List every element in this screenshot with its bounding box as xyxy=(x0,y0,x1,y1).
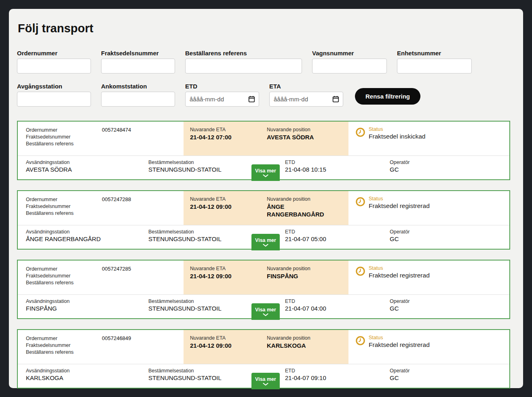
bestammelsestation-block: Bestämmelsestation STENUNGSUND-STATOIL xyxy=(148,225,251,249)
clock-icon xyxy=(355,336,365,364)
clock-icon xyxy=(355,266,365,294)
ordernummer-filter-label: Ordernummer xyxy=(17,50,91,57)
clear-filters-button[interactable]: Rensa filtrering xyxy=(355,88,420,105)
fraktsedelsnummer-input[interactable] xyxy=(101,59,175,74)
status-text: Status Fraktsedel registrerad xyxy=(369,335,430,364)
nuvarande-position-label: Nuvarande position xyxy=(267,196,327,202)
bestammelsestation-label: Bestämmelsestation xyxy=(148,160,251,165)
ankomststation-filter-label: Ankomststation xyxy=(101,83,175,90)
etd-value: 21-04-08 10:15 xyxy=(285,166,390,173)
visa-mer-label: Visa mer xyxy=(255,307,276,313)
etd-block: ETD 21-04-07 04:00 xyxy=(285,295,390,318)
card-id-labels: Ordernummer Fraktsedelsnummer Beställare… xyxy=(18,122,102,155)
status-label: Status xyxy=(369,265,430,271)
status-value: Fraktsedel inskickad xyxy=(369,133,425,140)
nuvarande-eta-block: Nuvarande ETA 21-04-12 09:00 xyxy=(190,266,267,294)
fraktsedelsnummer-label: Fraktsedelsnummer xyxy=(26,342,102,349)
vagnsnummer-input[interactable] xyxy=(312,59,387,74)
status-text: Status Fraktsedel inskickad xyxy=(369,126,425,155)
bestallarens-referens-label: Beställarens referens xyxy=(26,349,102,356)
eta-position-panel: Nuvarande ETA 21-04-12 07:00 Nuvarande p… xyxy=(184,122,348,155)
card-bottom-row: Avsändningsstation AVESTA SÖDRA Bestämme… xyxy=(18,155,509,179)
bestammelsestation-label: Bestämmelsestation xyxy=(148,368,251,374)
calendar-icon[interactable] xyxy=(332,96,339,103)
avsandningsstation-value: AVESTA SÖDRA xyxy=(26,166,148,173)
card-id-labels: Ordernummer Fraktsedelsnummer Beställare… xyxy=(18,330,102,364)
nuvarande-position-block: Nuvarande position KARLSKOGA xyxy=(267,335,327,364)
enhetsnummer-input[interactable] xyxy=(397,59,472,74)
chevron-down-icon xyxy=(263,313,268,316)
filter-row-1: Ordernummer Fraktsedelsnummer Beställare… xyxy=(17,50,510,74)
etd-value: 21-04-07 04:00 xyxy=(285,305,390,312)
etd-block: ETD 21-04-07 05:00 xyxy=(285,225,390,249)
status-label: Status xyxy=(369,196,430,202)
nuvarande-position-value: FINSPÅNG xyxy=(267,272,327,280)
fraktsedelsnummer-label: Fraktsedelsnummer xyxy=(26,203,102,210)
fraktsedelsnummer-label: Fraktsedelsnummer xyxy=(26,273,102,279)
eta-filter-label: ETA xyxy=(269,83,343,90)
bestammelsestation-block: Bestämmelsestation STENUNGSUND-STATOIL xyxy=(148,156,251,179)
avgangsstation-filter-label: Avgångsstation xyxy=(17,83,91,90)
nuvarande-eta-value: 21-04-12 09:00 xyxy=(190,342,267,349)
status-label: Status xyxy=(369,335,430,340)
avsandningsstation-block: Avsändningsstation ÅNGE RANGERBANGÅRD xyxy=(26,225,148,249)
status-text: Status Fraktsedel registrerad xyxy=(369,196,430,225)
nuvarande-eta-value: 21-04-12 09:00 xyxy=(190,272,267,280)
status-value: Fraktsedel registrerad xyxy=(369,341,430,349)
transport-card: Ordernummer Fraktsedelsnummer Beställare… xyxy=(17,121,510,180)
operator-value: GC xyxy=(390,305,410,312)
card-top-row: Ordernummer Fraktsedelsnummer Beställare… xyxy=(18,122,509,155)
bestallarens-referens-input[interactable] xyxy=(185,59,302,74)
bestammelsestation-block: Bestämmelsestation STENUNGSUND-STATOIL xyxy=(148,364,251,388)
visa-mer-button[interactable]: Visa mer xyxy=(251,234,280,250)
transport-card-list: Ordernummer Fraktsedelsnummer Beställare… xyxy=(17,121,510,389)
transport-card: Ordernummer Fraktsedelsnummer Beställare… xyxy=(17,190,510,250)
bestammelsestation-label: Bestämmelsestation xyxy=(148,298,251,304)
ordernummer-label: Ordernummer xyxy=(26,196,102,203)
status-block: Status Fraktsedel registrerad xyxy=(355,330,430,364)
bestallarens-referens-label: Beställarens referens xyxy=(26,141,102,147)
ordernummer-value: 0057246849 xyxy=(102,330,184,364)
eta-position-panel: Nuvarande ETA 21-04-12 09:00 Nuvarande p… xyxy=(184,330,348,364)
page-title: Följ transport xyxy=(18,22,510,35)
bestallarens-referens-label: Beställarens referens xyxy=(26,210,102,217)
visa-mer-button[interactable]: Visa mer xyxy=(251,164,280,181)
avsandningsstation-value: FINSPÅNG xyxy=(26,305,148,312)
page: Följ transport Ordernummer Fraktsedelsnu… xyxy=(9,9,523,388)
ordernummer-value: 0057248474 xyxy=(102,122,184,155)
status-value: Fraktsedel registrerad xyxy=(369,272,430,279)
etd-label: ETD xyxy=(285,298,390,304)
clock-icon xyxy=(355,127,365,155)
operator-block: Operatör GC xyxy=(390,156,410,179)
etd-label: ETD xyxy=(285,368,390,374)
transport-card: Ordernummer Fraktsedelsnummer Beställare… xyxy=(17,260,510,319)
nuvarande-position-block: Nuvarande position AVESTA SÖDRA xyxy=(267,127,327,155)
ordernummer-label: Ordernummer xyxy=(26,266,102,273)
bestallarens-referens-filter-label: Beställarens referens xyxy=(185,50,302,57)
ordernummer-input[interactable] xyxy=(17,59,91,74)
visa-mer-button[interactable]: Visa mer xyxy=(251,303,280,320)
status-block: Status Fraktsedel registrerad xyxy=(355,260,430,294)
operator-value: GC xyxy=(390,166,410,173)
bestammelsestation-value: STENUNGSUND-STATOIL xyxy=(148,235,251,242)
fraktsedelsnummer-filter-label: Fraktsedelsnummer xyxy=(101,50,175,57)
vagnsnummer-filter-label: Vagnsnummer xyxy=(312,50,387,57)
card-id-labels: Ordernummer Fraktsedelsnummer Beställare… xyxy=(18,191,102,225)
nuvarande-eta-label: Nuvarande ETA xyxy=(190,335,267,341)
visa-mer-button[interactable]: Visa mer xyxy=(251,373,280,389)
chevron-down-icon xyxy=(263,383,268,386)
card-bottom-row: Avsändningsstation FINSPÅNG Bestämmelses… xyxy=(18,294,509,318)
card-top-row: Ordernummer Fraktsedelsnummer Beställare… xyxy=(18,260,509,294)
nuvarande-eta-label: Nuvarande ETA xyxy=(190,196,267,202)
avgangsstation-input[interactable] xyxy=(17,92,91,107)
visa-mer-label: Visa mer xyxy=(255,168,276,174)
operator-value: GC xyxy=(390,374,410,381)
calendar-icon[interactable] xyxy=(248,96,255,103)
ankomststation-input[interactable] xyxy=(101,92,175,107)
card-id-labels: Ordernummer Fraktsedelsnummer Beställare… xyxy=(18,260,102,294)
avsandningsstation-label: Avsändningsstation xyxy=(26,229,148,235)
avsandningsstation-block: Avsändningsstation FINSPÅNG xyxy=(26,295,148,318)
operator-label: Operatör xyxy=(390,229,410,235)
avsandningsstation-block: Avsändningsstation AVESTA SÖDRA xyxy=(26,156,148,179)
bestammelsestation-block: Bestämmelsestation STENUNGSUND-STATOIL xyxy=(148,295,251,318)
